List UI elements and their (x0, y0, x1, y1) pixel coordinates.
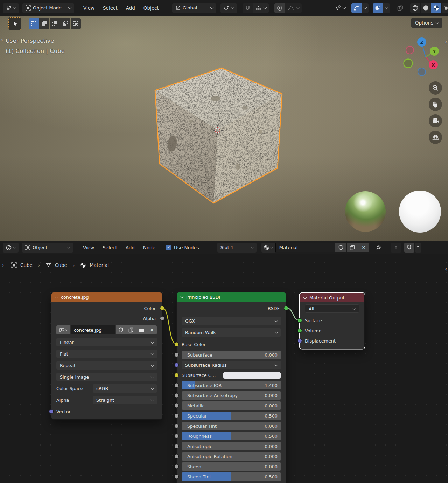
proportional-editing-toggle[interactable] (274, 3, 285, 13)
tweak-tool-button[interactable] (8, 17, 21, 30)
socket-roughness-input[interactable] (174, 434, 179, 439)
node-header-image[interactable]: concrete.jpg (51, 292, 162, 302)
socket-surface-input[interactable] (298, 318, 302, 323)
specular-tint-slider[interactable]: Specular Tint0.000 (182, 422, 281, 430)
socket-sheen-tint-input[interactable] (174, 475, 179, 479)
socket-subsurface-anisotropy-input[interactable] (174, 393, 179, 398)
gizmo-axis-y[interactable]: Y (430, 47, 439, 56)
collapse-node-icon[interactable] (303, 296, 307, 299)
subsurface-ior-slider[interactable]: Subsurface IOR1.400 (182, 381, 281, 389)
metallic-slider[interactable]: Metallic0.000 (182, 401, 281, 410)
repeat-dropdown[interactable]: Repeat (56, 361, 157, 370)
socket-vector-input[interactable] (49, 409, 54, 414)
image-unlink-button[interactable]: ✕ (147, 325, 157, 334)
subsurface-c-color-swatch[interactable] (223, 372, 281, 379)
gizmo-axis-x[interactable]: X (429, 60, 438, 69)
socket-subsurface-ior-input[interactable] (174, 383, 179, 388)
shading-wireframe-button[interactable] (410, 3, 420, 13)
navigation-gizmo[interactable]: Z Y X (400, 36, 442, 78)
node-snap-toggle[interactable] (404, 243, 414, 253)
subsurface-slider[interactable]: Subsurface0.000 (182, 351, 281, 359)
pin-button[interactable] (375, 244, 382, 251)
breadcrumb-expand-icon[interactable]: › (2, 262, 4, 268)
menu-view[interactable]: View (79, 245, 98, 250)
shader-type-dropdown[interactable]: Object (22, 243, 73, 253)
unlink-material-button[interactable]: ✕ (358, 243, 369, 252)
socket-volume-input[interactable] (298, 329, 302, 333)
go-to-parent-node-tree-button[interactable] (391, 243, 401, 253)
menu-add[interactable]: Add (121, 245, 139, 250)
linear-dropdown[interactable]: Linear (56, 338, 157, 346)
node-header-bsdf[interactable]: Principled BSDF (177, 292, 286, 302)
material-name-input[interactable]: Material (275, 243, 335, 252)
shading-solid-button[interactable] (421, 3, 431, 13)
node-image-texture[interactable]: concrete.jpg Color Alpha con (51, 292, 162, 420)
material-slot-dropdown[interactable]: Slot 1 (217, 243, 257, 253)
anisotropic-slider[interactable]: Anisotropic0.000 (182, 442, 281, 450)
subsurface-anisotropy-slider[interactable]: Subsurface Anisotropy0.000 (182, 391, 281, 400)
shader-editor-canvas[interactable]: › Cube › Cube › Material ‹ concrete.jpg … (0, 254, 448, 483)
collapse-node-icon[interactable] (55, 295, 58, 298)
pivot-point-dropdown[interactable] (220, 3, 237, 13)
color-space-dropdown[interactable]: sRGB (93, 384, 157, 393)
shading-rendered-button[interactable] (442, 3, 448, 13)
mode-dropdown[interactable]: Object Mode (22, 3, 74, 13)
camera-view-button[interactable] (429, 114, 442, 127)
use-nodes-checkbox[interactable]: ✓ (166, 245, 171, 250)
node-header-output[interactable]: Material Output (300, 293, 364, 302)
socket-subsurface-radius-input[interactable] (174, 363, 179, 367)
breadcrumb-mesh[interactable]: Cube (55, 262, 67, 268)
node-principled-bsdf[interactable]: Principled BSDF BSDF GGX Random Walk (176, 292, 286, 483)
socket-anisotropic-rotation-input[interactable] (174, 454, 179, 459)
node-snap-target-dropdown[interactable] (415, 243, 421, 253)
socket-sheen-input[interactable] (174, 464, 179, 469)
sheen-slider[interactable]: Sheen0.000 (182, 462, 281, 471)
image-name-field[interactable]: concrete.jpg (71, 325, 115, 334)
image-fake-user-button[interactable] (116, 325, 126, 334)
orthographic-toggle-button[interactable] (429, 131, 442, 144)
object-visibility-dropdown[interactable] (332, 3, 348, 13)
distribution-dropdown[interactable]: GGX (182, 317, 281, 325)
single-image-dropdown[interactable]: Single Image (56, 373, 157, 381)
socket-metallic-input[interactable] (174, 403, 179, 408)
select-intersect-button[interactable] (71, 18, 81, 29)
viewport-3d-canvas[interactable]: Options › ‹ User Perspective (1) Collect… (0, 16, 448, 241)
socket-color-output[interactable] (160, 306, 164, 311)
menu-select[interactable]: Select (98, 245, 121, 250)
snap-toggle-button[interactable] (243, 3, 253, 13)
alpha-mode-dropdown[interactable]: Straight (93, 396, 157, 404)
menu-node[interactable]: Node (139, 245, 160, 250)
gizmo-axis-neg-x[interactable] (406, 46, 414, 54)
node-sidebar-collapse-icon[interactable]: ‹ (444, 265, 447, 272)
socket-bsdf-output[interactable] (284, 306, 288, 311)
select-set-button[interactable] (29, 18, 39, 29)
show-overlays-toggle[interactable] (373, 3, 383, 13)
socket-specular-tint-input[interactable] (174, 424, 179, 428)
transform-orientation-dropdown[interactable]: Global (172, 3, 216, 13)
subsurface-radius-dropdown[interactable]: Subsurface Radius (182, 361, 281, 369)
node-material-output[interactable]: Material Output All Surface Volume (300, 293, 365, 349)
gizmo-axis-z[interactable]: Z (417, 37, 426, 47)
sidebar-expand-left-icon[interactable]: › (1, 36, 4, 43)
gizmo-axis-neg-y[interactable] (404, 59, 413, 68)
xray-toggle[interactable] (395, 3, 406, 13)
select-invert-button[interactable] (60, 18, 70, 29)
zoom-button[interactable] (429, 81, 442, 95)
pan-button[interactable] (429, 98, 442, 111)
show-overlays-dropdown[interactable] (383, 3, 390, 13)
editor-type-dropdown[interactable] (3, 3, 19, 13)
image-copy-button[interactable] (126, 325, 136, 334)
menu-add[interactable]: Add (122, 5, 139, 11)
new-material-button[interactable] (347, 243, 358, 252)
socket-base-color-input[interactable] (174, 342, 179, 347)
select-subtract-button[interactable] (50, 18, 60, 29)
socket-subsurface-c-input[interactable] (174, 373, 179, 378)
anisotropic-rotation-slider[interactable]: Anisotropic Rotation0.000 (182, 452, 281, 461)
menu-view[interactable]: View (79, 5, 99, 11)
menu-select[interactable]: Select (99, 5, 122, 11)
browse-material-dropdown[interactable] (261, 243, 275, 253)
image-browse-dropdown[interactable] (56, 325, 70, 334)
collapse-node-icon[interactable] (180, 295, 184, 298)
subsurface-method-dropdown[interactable]: Random Walk (182, 328, 281, 337)
show-gizmo-toggle[interactable] (351, 3, 362, 13)
